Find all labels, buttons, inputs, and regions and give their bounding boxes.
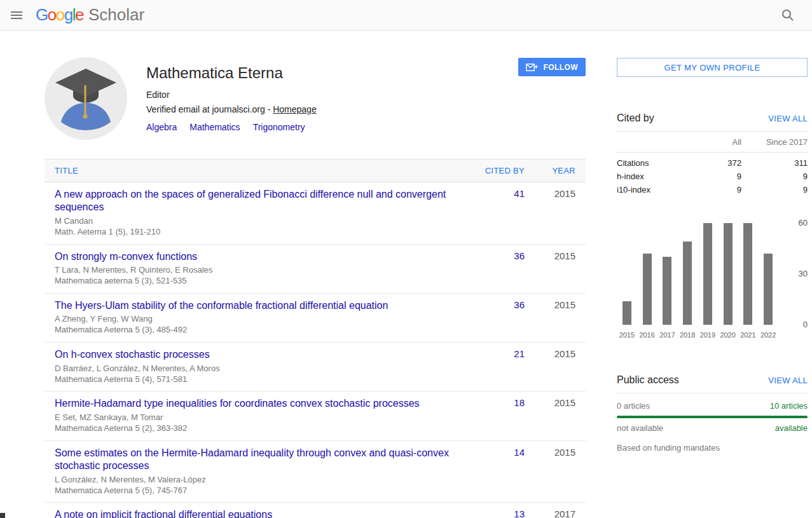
articles-body: A new approach on the spaces of generali… (45, 182, 586, 518)
publications-table-header: TITLE CITED BY YEAR (45, 159, 586, 182)
stat-value-all: 9 (703, 185, 741, 194)
stat-value-since: 311 (741, 158, 808, 168)
cited-by-count-link[interactable]: 36 (514, 299, 525, 310)
article-year: 2015 (525, 447, 575, 458)
logo-letter: o (48, 5, 56, 24)
article-main: The Hyers-Ulam stability of the conforma… (55, 299, 467, 336)
chart-bar-2017[interactable] (663, 257, 671, 325)
public-access-available-count: 10 articles (770, 401, 808, 411)
column-header-title[interactable]: TITLE (55, 166, 78, 175)
verified-email-text: Verified email at journalsci.org - (146, 104, 273, 114)
cited-by-count-link[interactable]: 18 (514, 397, 525, 408)
citations-chart: 20152016201720182019202020212022 03060 (617, 223, 808, 339)
article-venue: Mathematica Aeterna 5 (2), 363-382 (55, 423, 452, 434)
publications-table: TITLE CITED BY YEAR A new approach on th… (45, 159, 586, 518)
chart-bar-slot: 2018 (677, 223, 698, 339)
get-my-own-profile-button[interactable]: GET MY OWN PROFILE (617, 58, 808, 77)
cited-by-heading: Cited by (617, 112, 654, 124)
chart-x-label: 2015 (619, 325, 635, 339)
article-title-link[interactable]: A note on implicit fractional differenti… (55, 508, 452, 518)
article-title-link[interactable]: A new approach on the spaces of generali… (55, 188, 452, 214)
public-access-unavailable-count: 0 articles (617, 401, 650, 411)
chart-x-label: 2022 (760, 325, 776, 339)
article-title-link[interactable]: Hermite-Hadamard type inequalities for c… (55, 397, 452, 410)
chart-bar-2021[interactable] (743, 223, 752, 325)
interest-link-algebra[interactable]: Algebra (146, 122, 177, 132)
cited-by-count-link[interactable]: 36 (514, 250, 525, 261)
chart-bar-slot: 2015 (617, 223, 637, 339)
public-access-heading: Public access (617, 374, 679, 386)
chart-bar-2015[interactable] (623, 301, 631, 325)
chart-x-label: 2017 (659, 325, 675, 339)
chart-bar-2018[interactable] (683, 242, 692, 325)
column-header-cited-by[interactable]: CITED BY (485, 166, 525, 175)
article-title-link[interactable]: The Hyers-Ulam stability of the conforma… (55, 299, 452, 312)
chart-bar-2016[interactable] (643, 254, 652, 325)
chart-bars: 20152016201720182019202020212022 (617, 223, 778, 339)
article-row: On strongly m-convex functions T Lara, N… (45, 245, 586, 294)
article-main: On strongly m-convex functions T Lara, N… (55, 250, 467, 287)
article-year: 2015 (525, 299, 575, 310)
article-authors: L González, N Merentes, M Valera-López (55, 475, 452, 486)
public-access-section: Public access VIEW ALL 0 articles 10 art… (617, 374, 808, 453)
menu-icon-bar (11, 18, 22, 19)
menu-icon (11, 11, 22, 13)
logo-letter: G (36, 5, 48, 24)
article-row: Hermite-Hadamard type inequalities for c… (45, 392, 586, 440)
chart-bar-2022[interactable] (764, 254, 773, 325)
citation-stats-column-headers: All Since 2017 (617, 132, 808, 153)
follow-button[interactable]: FOLLOW (518, 58, 586, 76)
article-title-link[interactable]: Some estimates on the Hermite-Hadamard i… (55, 447, 452, 473)
article-title-link[interactable]: On strongly m-convex functions (55, 250, 452, 263)
google-scholar-logo[interactable]: Google Scholar (36, 5, 144, 25)
chart-bar-slot: 2022 (758, 223, 778, 339)
article-venue: Mathematica aeterna 5 (3), 521-535 (55, 276, 452, 287)
citation-stat-row: h-index 9 9 (617, 170, 808, 183)
article-row: A note on implicit fractional differenti… (45, 503, 586, 518)
public-access-available-label: available (775, 423, 808, 433)
chart-y-tick: 60 (799, 218, 808, 228)
article-title-link[interactable]: On h-convex stochastic processes (55, 348, 452, 361)
follow-label: FOLLOW (544, 63, 578, 72)
cited-by-count-link[interactable]: 41 (514, 188, 525, 199)
logo-letter: e (75, 5, 83, 24)
column-header-year[interactable]: YEAR (552, 166, 575, 175)
cited-by-count-link[interactable]: 14 (514, 447, 525, 458)
google-logo-word: Google (36, 5, 83, 25)
article-authors: A Zheng, Y Feng, W Wang (55, 314, 452, 325)
article-authors: M Candan (55, 216, 452, 227)
sidebar: GET MY OWN PROFILE Cited by VIEW ALL All… (617, 58, 808, 453)
stat-label: Citations (617, 158, 703, 168)
profile-header: Mathematica Eterna Editor Verified email… (45, 57, 586, 140)
top-bar: Google Scholar (0, 0, 812, 31)
cited-by-count-link[interactable]: 13 (514, 508, 525, 518)
article-year: 2015 (525, 188, 575, 199)
public-access-footnote: Based on funding mandates (617, 443, 808, 453)
chart-x-label: 2020 (720, 325, 735, 339)
chart-bar-2019[interactable] (703, 223, 712, 325)
search-button[interactable] (781, 8, 794, 22)
article-venue: Math. Aeterna 1 (5), 191-210 (55, 227, 452, 238)
cited-by-header-row: Cited by VIEW ALL (617, 112, 808, 132)
article-row: On h-convex stochastic processes D Barrá… (45, 343, 586, 392)
chart-y-tick: 0 (803, 320, 808, 329)
article-authors: T Lara, N Merentes, R Quintero, E Rosale… (55, 265, 452, 276)
cited-by-count-link[interactable]: 21 (514, 348, 525, 359)
graduate-avatar-icon (45, 131, 127, 142)
article-authors: D Barráez, L González, N Merentes, A Mor… (55, 364, 452, 374)
article-venue: Mathematica Aeterna 5 (4), 571-581 (55, 374, 452, 385)
cited-by-view-all-link[interactable]: VIEW ALL (768, 114, 808, 123)
homepage-link[interactable]: Homepage (273, 104, 317, 114)
chart-x-label: 2016 (639, 325, 654, 339)
menu-button[interactable] (11, 8, 26, 23)
chart-y-axis: 03060 (782, 223, 808, 339)
interest-link-trigonometry[interactable]: Trigonometry (253, 122, 305, 132)
interest-link-mathematics[interactable]: Mathematics (189, 122, 240, 132)
public-access-view-all-link[interactable]: VIEW ALL (768, 376, 808, 385)
chart-bar-slot: 2021 (738, 223, 759, 339)
article-main: Some estimates on the Hermite-Hadamard i… (55, 447, 467, 496)
profile-main: Mathematica Eterna Editor Verified email… (45, 57, 586, 518)
stat-value-all: 9 (703, 172, 741, 181)
article-year: 2015 (525, 250, 575, 261)
chart-bar-2020[interactable] (724, 223, 733, 325)
